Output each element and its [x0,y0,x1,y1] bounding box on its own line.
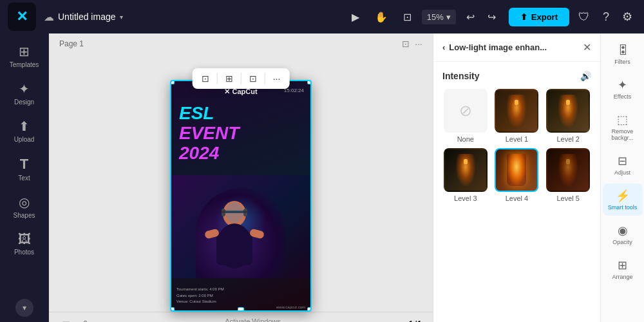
float-toolbar: ⊡ ⊞ ⊡ ··· [193,68,290,89]
poster-title-line2: EVENT [179,124,239,144]
app-logo[interactable]: ✕ [8,3,36,31]
frame-tool-button[interactable]: ⊡ [398,7,417,27]
handle-bl[interactable] [170,307,175,312]
float-frame-button[interactable]: ⊡ [247,72,260,85]
intensity-level4-thumb [495,148,538,192]
intensity-level2-label: Level 2 [556,135,579,143]
zoom-control[interactable]: 15% ▾ [422,10,456,24]
poster-info-2: Gates open: 2:00 PM [176,293,305,299]
intensity-header: Intensity 🔊 [442,71,591,81]
handle-bc[interactable] [238,307,244,312]
poster-title-line3: 2024 [179,144,239,164]
intensity-level5-thumb [546,148,590,192]
intensity-level1[interactable]: Level 1 [494,89,540,143]
bottom-frame-button[interactable]: ⊡ [59,316,73,322]
arrange-icon: ⊞ [618,258,627,272]
design-label: Design [14,99,34,106]
document-title[interactable]: Untitled image [58,12,116,22]
hand-tool-button[interactable]: ✋ [370,7,393,27]
photos-icon: 🖼 [18,232,31,247]
intensity-level1-thumb [495,89,538,133]
settings-button[interactable]: ⚙ [618,7,636,26]
intensity-level4-label: Level 4 [506,194,528,202]
title-dropdown-icon[interactable]: ▾ [120,14,123,21]
low-light-panel: ‹ Low-light image enhan... ✕ Intensity 🔊… [433,33,600,322]
select-tool-button[interactable]: ▶ [346,7,365,27]
top-bar: ✕ ☁ Untitled image ▾ ▶ ✋ ⊡ 15% ▾ ↩ ↪ ⬆ E… [0,0,644,33]
left-sidebar: ⊞ Templates ✦ Design ⬆ Upload T Text ◎ S… [0,33,49,322]
export-button[interactable]: ⬆ Export [509,8,569,26]
panel-close-button[interactable]: ✕ [583,41,591,53]
templates-label: Templates [10,61,39,68]
poster-gamer-image [171,175,310,278]
export-icon: ⬆ [520,12,527,22]
float-divider-1 [217,73,218,84]
logo-icon: ✕ [16,8,28,25]
undo-button[interactable]: ↩ [461,7,480,27]
help-button[interactable]: ? [599,8,613,26]
adjust-label: Adjust [614,169,630,176]
shield-button[interactable]: 🛡 [574,8,594,26]
sidebar-item-templates[interactable]: ⊞ Templates [3,39,46,73]
poster-canvas[interactable]: ✕ CapCut 15:02:24 ESL EVENT 2024 [170,80,312,312]
bottom-bar: ⊡ 🗑 + Add page Activate Windows Go to Se… [49,312,433,322]
page-label-bar: Page 1 ⊡ ··· [49,33,433,54]
float-divider-3 [265,73,265,84]
redo-button[interactable]: ↪ [482,7,501,27]
poster-title: ESL EVENT 2024 [179,104,239,163]
sidebar-item-photos[interactable]: 🖼 Photos [3,227,46,261]
canvas-wrapper[interactable]: ⊡ ⊞ ⊡ ··· ✕ CapCut 15:02:24 [49,54,433,312]
intensity-level4[interactable]: Level 4 [494,148,540,202]
intensity-none[interactable]: ⊘ None [442,89,489,143]
intensity-level5[interactable]: Level 5 [545,148,591,202]
page-actions: ⊡ ··· [402,39,422,49]
rs-filters[interactable]: 🎛 Filters [603,39,643,70]
page-label: Page 1 [59,39,84,48]
intensity-level2[interactable]: Level 2 [545,89,591,143]
rs-arrange[interactable]: ⊞ Arrange [603,253,643,285]
intensity-level2-thumb [546,89,590,133]
back-arrow-icon: ‹ [442,43,445,52]
export-label: Export [531,12,558,22]
intensity-none-thumb: ⊘ [444,89,488,133]
add-page-button[interactable]: + Add page [99,317,153,322]
handle-br[interactable] [307,307,312,312]
float-crop-button[interactable]: ⊡ [199,72,212,85]
lantern3-glow [456,154,475,186]
bottom-right: Activate Windows Go to Settings to activ… [225,317,337,323]
rs-removebg[interactable]: ⬚ Remove backgr... [603,108,643,146]
intensity-level3[interactable]: Level 3 [442,148,489,202]
sidebar-item-design[interactable]: ✦ Design [3,76,46,111]
poster-info: Tournament starts: 4:00 PM Gates open: 2… [176,287,305,305]
design-icon: ✦ [19,81,30,97]
rs-effects[interactable]: ✦ Effects [603,73,643,105]
float-grid-button[interactable]: ⊞ [223,72,236,85]
poster-info-1: Tournament starts: 4:00 PM [176,287,305,293]
sidebar-collapse-button[interactable]: ▾ [15,299,33,317]
smarttools-label: Smart tools [608,204,638,211]
page-frame-button[interactable]: ⊡ [402,39,410,49]
rs-opacity[interactable]: ◉ Opacity [603,218,643,251]
handle-tr[interactable] [307,80,312,84]
rs-smarttools[interactable]: ⚡ Smart tools [603,184,643,216]
page-menu-button[interactable]: ··· [415,39,422,49]
intensity-none-label: None [457,135,474,143]
upload-label: Upload [14,136,35,143]
removebg-icon: ⬚ [617,113,628,127]
sidebar-item-text[interactable]: T Text [3,151,46,187]
shapes-icon: ◎ [19,194,30,210]
panel-back-button[interactable]: ‹ Low-light image enhan... [442,43,547,52]
canvas-area[interactable]: Page 1 ⊡ ··· ⊡ ⊞ ⊡ ··· [49,33,433,322]
sidebar-item-shapes[interactable]: ◎ Shapes [3,189,46,224]
svg-rect-5 [216,233,252,265]
intensity-level3-thumb [444,148,488,192]
sidebar-item-upload[interactable]: ⬆ Upload [3,113,46,148]
float-more-button[interactable]: ··· [270,72,283,85]
adjust-icon: ⊟ [618,154,627,168]
zoom-level: 15% [427,12,444,22]
bottom-delete-button[interactable]: 🗑 [78,317,93,323]
removebg-label: Remove backgr... [605,128,640,141]
photos-label: Photos [14,249,34,256]
rs-adjust[interactable]: ⊟ Adjust [603,149,643,181]
handle-tl[interactable] [170,80,175,84]
